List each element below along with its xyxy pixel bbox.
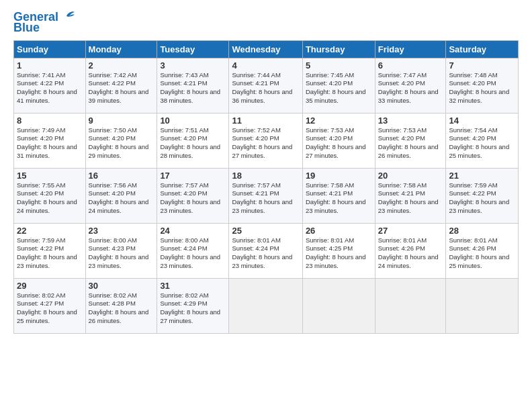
day-number: 8 [17, 116, 83, 126]
day-detail: Sunrise: 7:56 AMSunset: 4:20 PMDaylight:… [89, 181, 149, 214]
day-number: 15 [17, 171, 83, 181]
calendar-cell: 20 Sunrise: 7:58 AMSunset: 4:21 PMDaylig… [375, 168, 446, 223]
day-detail: Sunrise: 8:02 AMSunset: 4:29 PMDaylight:… [160, 291, 220, 324]
calendar-cell: 12 Sunrise: 7:53 AMSunset: 4:20 PMDaylig… [302, 113, 375, 168]
day-number: 17 [160, 171, 226, 181]
day-detail: Sunrise: 7:50 AMSunset: 4:20 PMDaylight:… [89, 126, 149, 159]
calendar-week-row: 15 Sunrise: 7:55 AMSunset: 4:20 PMDaylig… [14, 168, 519, 223]
day-number: 20 [378, 171, 443, 181]
calendar-cell: 1 Sunrise: 7:41 AMSunset: 4:22 PMDayligh… [14, 58, 86, 113]
day-number: 7 [449, 60, 515, 71]
calendar-cell: 27 Sunrise: 8:01 AMSunset: 4:26 PMDaylig… [375, 223, 446, 278]
calendar-cell: 30 Sunrise: 8:02 AMSunset: 4:28 PMDaylig… [85, 278, 157, 333]
logo-blue: Blue [13, 21, 40, 35]
day-number: 30 [89, 281, 154, 291]
calendar-week-row: 22 Sunrise: 7:59 AMSunset: 4:22 PMDaylig… [14, 223, 519, 278]
day-detail: Sunrise: 8:01 AMSunset: 4:26 PMDaylight:… [378, 236, 439, 269]
weekday-header: Saturday [446, 40, 519, 58]
day-detail: Sunrise: 8:01 AMSunset: 4:25 PMDaylight:… [306, 236, 366, 269]
weekday-header: Friday [375, 40, 446, 58]
calendar-header-row: SundayMondayTuesdayWednesdayThursdayFrid… [14, 40, 519, 58]
day-number: 13 [378, 116, 443, 126]
calendar-cell [446, 278, 519, 333]
calendar-cell: 16 Sunrise: 7:56 AMSunset: 4:20 PMDaylig… [85, 168, 157, 223]
day-number: 18 [232, 171, 299, 181]
calendar-cell: 10 Sunrise: 7:51 AMSunset: 4:20 PMDaylig… [157, 113, 229, 168]
day-number: 27 [378, 226, 443, 236]
day-detail: Sunrise: 8:02 AMSunset: 4:27 PMDaylight:… [17, 291, 77, 324]
calendar-cell: 24 Sunrise: 8:00 AMSunset: 4:24 PMDaylig… [157, 223, 229, 278]
day-detail: Sunrise: 8:00 AMSunset: 4:23 PMDaylight:… [89, 236, 149, 269]
calendar-cell: 6 Sunrise: 7:47 AMSunset: 4:20 PMDayligh… [375, 58, 446, 113]
day-number: 5 [306, 60, 372, 71]
day-number: 25 [232, 226, 299, 236]
calendar-cell: 8 Sunrise: 7:49 AMSunset: 4:20 PMDayligh… [14, 113, 86, 168]
calendar-cell: 19 Sunrise: 7:58 AMSunset: 4:21 PMDaylig… [302, 168, 375, 223]
calendar-week-row: 1 Sunrise: 7:41 AMSunset: 4:22 PMDayligh… [14, 58, 519, 113]
day-number: 14 [449, 116, 515, 126]
calendar-week-row: 8 Sunrise: 7:49 AMSunset: 4:20 PMDayligh… [14, 113, 519, 168]
day-number: 26 [306, 226, 372, 236]
day-detail: Sunrise: 8:00 AMSunset: 4:24 PMDaylight:… [160, 236, 220, 269]
calendar-cell: 29 Sunrise: 8:02 AMSunset: 4:27 PMDaylig… [14, 278, 86, 333]
header: General Blue [13, 11, 519, 35]
day-detail: Sunrise: 7:53 AMSunset: 4:20 PMDaylight:… [306, 126, 366, 159]
day-detail: Sunrise: 7:45 AMSunset: 4:20 PMDaylight:… [306, 71, 366, 104]
day-detail: Sunrise: 7:42 AMSunset: 4:22 PMDaylight:… [89, 71, 149, 104]
calendar-cell [375, 278, 446, 333]
day-detail: Sunrise: 7:47 AMSunset: 4:20 PMDaylight:… [378, 71, 439, 104]
calendar-cell: 5 Sunrise: 7:45 AMSunset: 4:20 PMDayligh… [302, 58, 375, 113]
day-number: 12 [306, 116, 372, 126]
day-number: 4 [232, 60, 299, 71]
day-detail: Sunrise: 7:57 AMSunset: 4:20 PMDaylight:… [160, 181, 220, 214]
weekday-header: Sunday [14, 40, 86, 58]
calendar-cell: 11 Sunrise: 7:52 AMSunset: 4:20 PMDaylig… [229, 113, 302, 168]
calendar-cell: 25 Sunrise: 8:01 AMSunset: 4:24 PMDaylig… [229, 223, 302, 278]
day-number: 22 [17, 226, 83, 236]
calendar-cell: 23 Sunrise: 8:00 AMSunset: 4:23 PMDaylig… [85, 223, 157, 278]
day-number: 24 [160, 226, 226, 236]
day-detail: Sunrise: 8:01 AMSunset: 4:26 PMDaylight:… [449, 236, 509, 269]
day-detail: Sunrise: 7:53 AMSunset: 4:20 PMDaylight:… [378, 126, 439, 159]
day-number: 23 [89, 226, 154, 236]
weekday-header: Thursday [302, 40, 375, 58]
calendar-cell: 22 Sunrise: 7:59 AMSunset: 4:22 PMDaylig… [14, 223, 86, 278]
day-detail: Sunrise: 7:41 AMSunset: 4:22 PMDaylight:… [17, 71, 77, 104]
calendar-cell: 13 Sunrise: 7:53 AMSunset: 4:20 PMDaylig… [375, 113, 446, 168]
day-detail: Sunrise: 7:49 AMSunset: 4:20 PMDaylight:… [17, 126, 77, 159]
day-number: 3 [160, 60, 226, 71]
calendar-table: SundayMondayTuesdayWednesdayThursdayFrid… [13, 40, 519, 334]
day-number: 28 [449, 226, 515, 236]
day-number: 29 [17, 281, 83, 291]
weekday-header: Monday [85, 40, 157, 58]
weekday-header: Tuesday [157, 40, 229, 58]
day-detail: Sunrise: 7:55 AMSunset: 4:20 PMDaylight:… [17, 181, 77, 214]
logo-bird-icon [60, 11, 75, 21]
day-number: 2 [89, 60, 154, 71]
day-number: 31 [160, 281, 226, 291]
calendar-cell: 7 Sunrise: 7:48 AMSunset: 4:20 PMDayligh… [446, 58, 519, 113]
calendar-cell: 14 Sunrise: 7:54 AMSunset: 4:20 PMDaylig… [446, 113, 519, 168]
calendar-cell: 15 Sunrise: 7:55 AMSunset: 4:20 PMDaylig… [14, 168, 86, 223]
calendar-cell: 18 Sunrise: 7:57 AMSunset: 4:21 PMDaylig… [229, 168, 302, 223]
calendar-cell: 2 Sunrise: 7:42 AMSunset: 4:22 PMDayligh… [85, 58, 157, 113]
day-detail: Sunrise: 7:54 AMSunset: 4:20 PMDaylight:… [449, 126, 509, 159]
day-detail: Sunrise: 7:57 AMSunset: 4:21 PMDaylight:… [232, 181, 292, 214]
calendar-cell: 26 Sunrise: 8:01 AMSunset: 4:25 PMDaylig… [302, 223, 375, 278]
day-number: 16 [89, 171, 154, 181]
calendar-cell [302, 278, 375, 333]
calendar-cell: 9 Sunrise: 7:50 AMSunset: 4:20 PMDayligh… [85, 113, 157, 168]
calendar-week-row: 29 Sunrise: 8:02 AMSunset: 4:27 PMDaylig… [14, 278, 519, 333]
day-detail: Sunrise: 8:01 AMSunset: 4:24 PMDaylight:… [232, 236, 292, 269]
calendar-cell: 31 Sunrise: 8:02 AMSunset: 4:29 PMDaylig… [157, 278, 229, 333]
calendar-cell: 28 Sunrise: 8:01 AMSunset: 4:26 PMDaylig… [446, 223, 519, 278]
calendar-cell: 17 Sunrise: 7:57 AMSunset: 4:20 PMDaylig… [157, 168, 229, 223]
day-detail: Sunrise: 7:59 AMSunset: 4:22 PMDaylight:… [17, 236, 77, 269]
calendar-cell [229, 278, 302, 333]
day-number: 19 [306, 171, 372, 181]
calendar-cell: 21 Sunrise: 7:59 AMSunset: 4:22 PMDaylig… [446, 168, 519, 223]
day-detail: Sunrise: 7:51 AMSunset: 4:20 PMDaylight:… [160, 126, 220, 159]
weekday-header: Wednesday [229, 40, 302, 58]
logo: General Blue [13, 11, 75, 35]
calendar-cell: 4 Sunrise: 7:44 AMSunset: 4:21 PMDayligh… [229, 58, 302, 113]
